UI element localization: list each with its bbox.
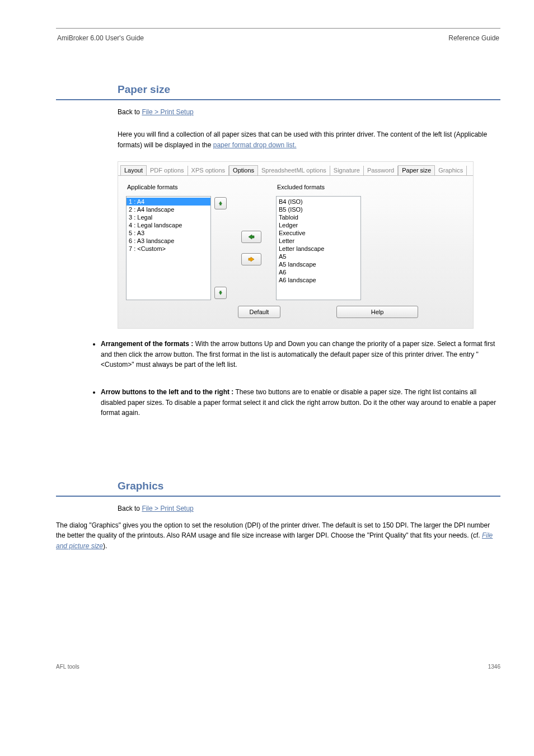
intro-link[interactable]: paper format drop down list. — [213, 141, 297, 149]
tab-options[interactable]: Options — [229, 165, 258, 176]
tab-graphics[interactable]: Graphics — [435, 166, 467, 175]
graphics-body-tail: ). — [103, 542, 107, 550]
graphics-divider — [56, 496, 500, 497]
list-item[interactable]: 2 : A4 landscape — [127, 206, 210, 213]
backlink-link[interactable]: File > Print Setup — [142, 108, 193, 116]
section-name: Paper size — [118, 83, 500, 96]
list-item[interactable]: 7 : <Custom> — [127, 245, 210, 253]
arrow-right-icon — [248, 256, 255, 263]
graphics-backlink: Back to File > Print Setup — [118, 505, 500, 512]
graphics-title: Graphics — [118, 480, 500, 492]
excluded-listbox[interactable]: B4 (ISO)B5 (ISO)TabloidLedgerExecutiveLe… — [276, 196, 361, 300]
tab-pdf-options[interactable]: PDF options — [147, 166, 188, 175]
tab-strip: LayoutPDF optionsXPS optionsOptionsSprea… — [118, 162, 473, 176]
bullet-head: Arrangement of the formats — [101, 340, 193, 348]
tab-layout[interactable]: Layout — [120, 165, 147, 176]
tab-signature[interactable]: Signature — [330, 166, 364, 175]
footer-right: 1346 — [488, 664, 500, 670]
header-left: AmiBroker 6.00 User's Guide — [56, 32, 335, 44]
move-left-button[interactable] — [241, 231, 261, 243]
list-item[interactable]: B4 (ISO) — [277, 198, 360, 206]
page-header: AmiBroker 6.00 User's Guide Reference Gu… — [56, 32, 500, 44]
section-backlink: Back to File > Print Setup — [118, 108, 500, 116]
move-up-button[interactable] — [214, 197, 227, 209]
help-button[interactable]: Help — [336, 306, 418, 318]
section-header: Paper size — [118, 83, 500, 96]
list-item[interactable]: Executive — [277, 229, 360, 237]
list-item[interactable]: Tabloid — [277, 213, 360, 221]
explanation-bullets: Arrangement of the formats With the arro… — [101, 339, 500, 418]
intro-text: Here you will find a collection of all p… — [118, 130, 487, 149]
applicable-label: Applicable formats — [126, 184, 211, 190]
excluded-label: Excluded formats — [276, 184, 361, 190]
list-item[interactable]: 5 : A3 — [127, 229, 210, 237]
list-item[interactable]: B5 (ISO) — [277, 206, 360, 213]
graphics-backlink-label: Back to — [118, 505, 140, 512]
list-item[interactable]: 4 : Legal landscape — [127, 221, 210, 229]
tab-paper-size[interactable]: Paper size — [398, 165, 435, 176]
graphics-body: The dialog "Graphics" gives you the opti… — [56, 521, 490, 540]
bullet-item: Arrangement of the formats With the arro… — [101, 339, 500, 370]
default-button[interactable]: Default — [238, 306, 280, 318]
tab-spreadsheetml-options[interactable]: SpreadsheetML options — [258, 166, 330, 175]
graphics-section-header: Graphics — [118, 480, 500, 492]
list-item[interactable]: A5 landscape — [277, 260, 360, 268]
section-divider — [56, 99, 500, 100]
move-right-button[interactable] — [241, 253, 261, 265]
bullet-head: Arrow buttons to the left and to the rig… — [101, 388, 233, 396]
tab-xps-options[interactable]: XPS options — [188, 166, 229, 175]
intro-paragraph: Here you will find a collection of all p… — [118, 129, 500, 150]
list-item[interactable]: A6 landscape — [277, 276, 360, 284]
list-item[interactable]: 3 : Legal — [127, 213, 210, 221]
header-right: Reference Guide — [335, 32, 500, 44]
footer-left: AFL tools — [56, 664, 79, 670]
page-footer: AFL tools 1346 — [56, 664, 500, 670]
arrow-up-icon — [218, 200, 223, 207]
list-item[interactable]: Letter — [277, 237, 360, 245]
arrow-left-icon — [248, 234, 255, 240]
list-item[interactable]: Letter landscape — [277, 245, 360, 253]
list-item[interactable]: 6 : A3 landscape — [127, 237, 210, 245]
graphics-backlink-link[interactable]: File > Print Setup — [142, 505, 193, 512]
list-item[interactable]: A6 — [277, 268, 360, 276]
list-item[interactable]: A5 — [277, 253, 360, 260]
bullet-item: Arrow buttons to the left and to the rig… — [101, 387, 500, 418]
arrow-down-icon — [218, 290, 223, 296]
applicable-listbox[interactable]: 1 : A42 : A4 landscape3 : Legal4 : Legal… — [126, 196, 211, 300]
graphics-paragraph: The dialog "Graphics" gives you the opti… — [56, 520, 500, 552]
move-down-button[interactable] — [214, 287, 227, 299]
header-divider — [56, 28, 500, 29]
list-item[interactable]: Ledger — [277, 221, 360, 229]
tab-password[interactable]: Password — [364, 166, 398, 175]
list-item[interactable]: 1 : A4 — [127, 198, 210, 206]
paper-size-screenshot: LayoutPDF optionsXPS optionsOptionsSprea… — [118, 161, 474, 329]
backlink-label: Back to — [118, 108, 140, 116]
